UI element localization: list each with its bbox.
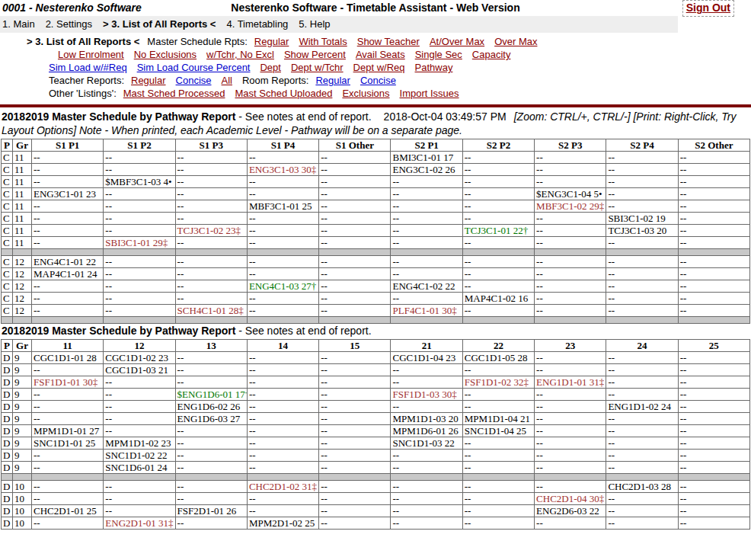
column-header-22: 22: [462, 340, 534, 352]
report-link-avail-seats[interactable]: Avail Seats: [356, 49, 405, 60]
grade-cell: 9: [13, 450, 32, 462]
report-link-regular[interactable]: Regular: [254, 36, 289, 47]
report-link-all[interactable]: All: [222, 75, 232, 86]
report-link-sim-load-w-req[interactable]: Sim Load w/#Req: [49, 62, 127, 73]
report-link-single-sec[interactable]: Single Sec: [415, 49, 462, 60]
report-link-w-tchr-no-excl[interactable]: w/Tchr, No Excl: [206, 49, 274, 60]
empty-schedule-cell: --: [32, 389, 104, 401]
report-link-import-issues[interactable]: Import Issues: [400, 88, 459, 99]
empty-schedule-cell: --: [175, 352, 247, 364]
report-link-at-over-max[interactable]: At/Over Max: [430, 36, 484, 47]
schedule-cell: $ENG3C1-04 5•: [535, 188, 606, 200]
empty-schedule-cell: --: [319, 364, 391, 376]
empty-schedule-cell: --: [104, 293, 175, 305]
report-link-exclusions[interactable]: Exclusions: [342, 88, 389, 99]
empty-schedule-cell: --: [175, 376, 247, 389]
empty-schedule-cell: --: [175, 152, 247, 164]
report-link-regular-3[interactable]: Regular: [315, 75, 350, 86]
schedule-cell: CGC1D1-01 28: [32, 352, 104, 364]
schedule-cell: MPM1D1-02 23: [104, 437, 175, 450]
report-link-pathway[interactable]: Pathway: [415, 62, 453, 73]
schedule-cell: MAP4C1-01 24: [32, 268, 104, 280]
menubar-item-1-main[interactable]: 1. Main: [2, 18, 35, 30]
menubar-item-2-settings[interactable]: 2. Settings: [46, 18, 92, 30]
schedule-cell: BMI3C1-01 17: [391, 152, 462, 164]
schedule-row: D9CGC1D1-01 28CGC1D1-02 23------CGC1D1-0…: [2, 352, 750, 364]
empty-schedule-cell: --: [104, 213, 175, 225]
report-link-dept-w-tchr[interactable]: Dept w/Tchr: [291, 62, 344, 73]
report-link-dept[interactable]: Dept: [260, 62, 280, 73]
schedule-row: C12------------MAP4C1-02 16------: [2, 293, 750, 305]
empty-schedule-cell: --: [678, 450, 749, 462]
empty-schedule-cell: --: [606, 505, 678, 517]
header-row: PGr11121314152122232425: [2, 340, 750, 352]
schedule-row: C11------ENG3C1-03 30‡--ENG3C1-02 26----…: [2, 164, 750, 176]
report-link-with-totals[interactable]: With Totals: [299, 36, 347, 47]
empty-schedule-cell: --: [391, 517, 462, 530]
empty-schedule-cell: --: [678, 493, 749, 505]
grade-cell: 11: [13, 188, 32, 200]
empty-schedule-cell: --: [175, 425, 247, 437]
report-link-capacity[interactable]: Capacity: [472, 49, 511, 60]
report-link-mast-sched-processed[interactable]: Mast Sched Processed: [123, 88, 225, 99]
empty-schedule-cell: --: [535, 462, 606, 474]
nav-group-label-teacher-reports: Teacher Reports:: [49, 75, 124, 86]
report-link-concise-2[interactable]: Concise: [360, 75, 396, 86]
empty-schedule-cell: --: [104, 493, 175, 505]
report-link-show-percent[interactable]: Show Percent: [284, 49, 346, 60]
empty-schedule-cell: --: [606, 413, 678, 425]
report-link-concise[interactable]: Concise: [176, 75, 212, 86]
empty-schedule-cell: --: [535, 225, 606, 237]
grade-cell: 11: [13, 152, 32, 164]
report-link-over-max[interactable]: Over Max: [494, 36, 537, 47]
empty-schedule-cell: --: [175, 200, 247, 213]
report-nav-line-3: Sim Load w/#ReqSim Load Course PercentDe…: [0, 61, 751, 74]
empty-schedule-cell: --: [462, 493, 534, 505]
empty-schedule-cell: --: [535, 305, 606, 317]
empty-schedule-cell: --: [247, 437, 318, 450]
report-link-dept-w-req[interactable]: Dept w/Req: [353, 62, 405, 73]
schedule-row: D9----ENG1D6-03 27----MPM1D1-03 20MPM1D1…: [2, 413, 750, 425]
separator-cell: [247, 474, 318, 481]
empty-schedule-cell: --: [319, 188, 391, 200]
empty-schedule-cell: --: [606, 268, 678, 280]
empty-schedule-cell: --: [462, 505, 534, 517]
empty-schedule-cell: --: [535, 152, 606, 164]
menubar-item-4-timetabling[interactable]: 4. Timetabling: [226, 18, 288, 30]
schedule-cell: MPM1D1-01 27: [32, 425, 104, 437]
schedule-cell: MPM1D1-03 20: [391, 413, 462, 425]
report-link-low-enrolment[interactable]: Low Enrolment: [58, 49, 124, 60]
report-link-show-teacher[interactable]: Show Teacher: [357, 36, 420, 47]
column-header-s1-other: S1 Other: [319, 139, 391, 152]
report-link-no-exclusions[interactable]: No Exclusions: [134, 49, 197, 60]
report-link-mast-sched-uploaded[interactable]: Mast Sched Uploaded: [235, 88, 332, 99]
schedule-cell: CGC1D1-03 21: [104, 364, 175, 376]
empty-schedule-cell: --: [32, 305, 104, 317]
pathway-cell: D: [2, 493, 13, 505]
separator-cell: [247, 317, 318, 324]
empty-schedule-cell: --: [104, 413, 175, 425]
menubar-item-5-help[interactable]: 5. Help: [299, 18, 330, 30]
empty-schedule-cell: --: [678, 437, 749, 450]
separator-cell: [678, 317, 749, 324]
menubar-item-3-list-of-all-reports[interactable]: > 3. List of All Reports <: [103, 18, 216, 30]
schedule-cell: ENG3C1-01 23: [32, 188, 104, 200]
empty-schedule-cell: --: [104, 505, 175, 517]
report-1-subtitle: - See notes at end of report.: [235, 110, 371, 123]
schedule-cell: ENG2D1-01 31‡: [104, 517, 175, 530]
pathway-cell: D: [2, 376, 13, 389]
schedule-cell: ENG2D6-03 22: [535, 505, 606, 517]
separator-cell: [32, 249, 104, 256]
schedule-cell: MPM1D6-01 26: [391, 425, 462, 437]
empty-schedule-cell: --: [462, 305, 534, 317]
separator-cell: [319, 317, 391, 324]
schedule-row: C12----SCH4C1-01 28‡----PLF4C1-01 30‡---…: [2, 305, 750, 317]
report-link-regular-2[interactable]: Regular: [131, 75, 166, 86]
empty-schedule-cell: --: [104, 280, 175, 293]
empty-schedule-cell: --: [104, 256, 175, 268]
empty-schedule-cell: --: [175, 237, 247, 249]
empty-schedule-cell: --: [175, 462, 247, 474]
separator-cell: [2, 474, 13, 481]
report-link-sim-load-course-percent[interactable]: Sim Load Course Percent: [137, 62, 251, 73]
sign-out-link[interactable]: Sign Out: [682, 0, 734, 17]
